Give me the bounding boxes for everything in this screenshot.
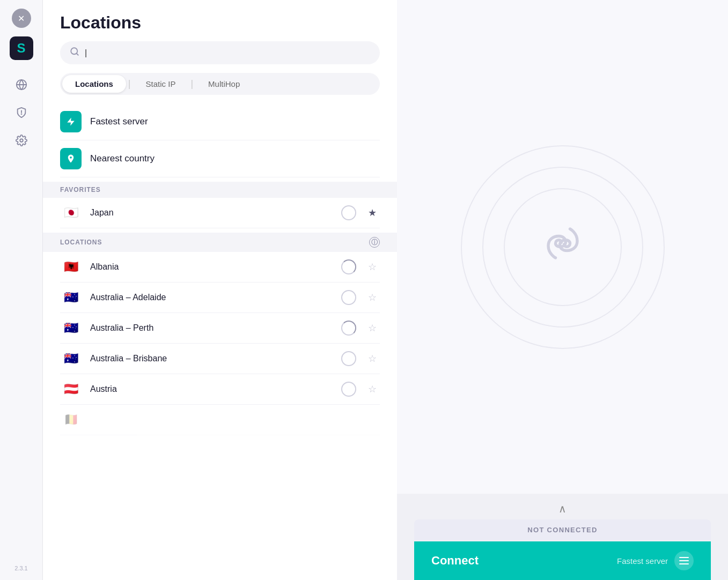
flag-austria: 🇦🇹	[60, 382, 82, 397]
svg-marker-7	[67, 118, 75, 126]
connect-button-albania[interactable]	[341, 259, 356, 274]
favorites-label: FAVORITES	[60, 186, 101, 194]
right-panel: ∧ NOT CONNECTED Connect Fastest server	[397, 0, 728, 580]
svg-point-4	[20, 139, 23, 142]
connect-button-australia-brisbane[interactable]	[341, 351, 356, 366]
connect-button-australia-perth[interactable]	[341, 321, 356, 336]
surfshark-logo	[539, 219, 587, 274]
connect-fastest-label: Fastest server	[617, 551, 694, 570]
connect-label: Connect	[431, 554, 479, 568]
svg-rect-8	[679, 557, 689, 558]
page-title: Locations	[60, 13, 380, 33]
circle-outer	[461, 145, 665, 349]
tab-divider-2: |	[188, 78, 195, 90]
flag-next: 🇧🇪	[60, 412, 82, 427]
menu-icon[interactable]	[674, 551, 694, 570]
connection-status: NOT CONNECTED	[414, 519, 711, 540]
svg-point-3	[21, 114, 21, 114]
country-name-albania: Albania	[90, 262, 333, 272]
logo-icon: S	[17, 41, 25, 56]
sidebar-item-settings[interactable]	[10, 129, 33, 152]
star-button-japan[interactable]: ★	[365, 205, 380, 220]
sidebar-item-shield[interactable]	[10, 101, 33, 124]
favorites-header: FAVORITES	[43, 182, 397, 198]
panel-header: Locations	[43, 0, 397, 41]
circle-middle	[482, 167, 643, 328]
location-list: Fastest server Nearest country FAVORITES…	[43, 103, 397, 580]
nearest-country-icon	[60, 148, 82, 169]
nearest-country-label: Nearest country	[90, 153, 155, 164]
close-icon: ✕	[18, 13, 25, 24]
list-item[interactable]: 🇦🇺 Australia – Perth ☆	[60, 313, 380, 344]
close-button[interactable]: ✕	[12, 9, 31, 28]
tab-locations[interactable]: Locations	[62, 75, 126, 93]
list-item[interactable]: 🇯🇵 Japan ★	[60, 198, 380, 228]
chevron-up-button[interactable]: ∧	[414, 502, 711, 515]
circle-inner	[504, 188, 622, 306]
svg-line-6	[76, 53, 78, 55]
flag-australia-adelaide: 🇦🇺	[60, 290, 82, 305]
star-button-austria[interactable]: ☆	[365, 382, 380, 397]
country-name-japan: Japan	[90, 208, 333, 218]
app-logo: S	[10, 36, 33, 60]
app-version: 2.3.1	[14, 565, 27, 571]
fastest-server-item[interactable]: Fastest server	[60, 103, 380, 140]
sidebar: ✕ S 2.3.1	[0, 0, 43, 580]
star-button-albania[interactable]: ☆	[365, 259, 380, 274]
locations-header: LOCATIONS ⓘ	[43, 233, 397, 252]
flag-japan: 🇯🇵	[60, 205, 82, 220]
flag-australia-brisbane: 🇦🇺	[60, 351, 82, 366]
tab-divider-1: |	[126, 78, 133, 90]
search-bar[interactable]	[60, 41, 380, 64]
country-name-austria: Austria	[90, 384, 333, 394]
connect-button-austria[interactable]	[341, 382, 356, 397]
svg-rect-10	[679, 563, 689, 564]
fastest-server-label: Fastest server	[90, 116, 148, 127]
country-name-australia-brisbane: Australia – Brisbane	[90, 354, 333, 363]
vpn-logo-area	[461, 0, 665, 494]
connect-button-japan[interactable]	[341, 205, 356, 220]
locations-section-label: LOCATIONS	[60, 239, 102, 246]
flag-australia-perth: 🇦🇺	[60, 321, 82, 336]
info-icon[interactable]: ⓘ	[369, 237, 380, 248]
fastest-server-icon	[60, 111, 82, 132]
star-button-australia-adelaide[interactable]: ☆	[365, 290, 380, 305]
search-icon	[70, 47, 79, 59]
nearest-country-item[interactable]: Nearest country	[60, 140, 380, 177]
connection-panel: ∧ NOT CONNECTED Connect Fastest server	[397, 494, 728, 580]
svg-rect-9	[679, 560, 689, 561]
connect-button-australia-adelaide[interactable]	[341, 290, 356, 305]
star-button-australia-brisbane[interactable]: ☆	[365, 351, 380, 366]
list-item[interactable]: 🇧🇪	[60, 405, 380, 435]
list-item[interactable]: 🇦🇹 Austria ☆	[60, 374, 380, 405]
list-item[interactable]: 🇦🇺 Australia – Adelaide ☆	[60, 282, 380, 313]
list-item[interactable]: 🇦🇺 Australia – Brisbane ☆	[60, 344, 380, 374]
list-item[interactable]: 🇦🇱 Albania ☆	[60, 252, 380, 282]
tabs-bar: Locations | Static IP | MultiHop	[60, 73, 380, 95]
left-panel: Locations Locations | Static IP | MultiH…	[43, 0, 397, 580]
tab-static-ip[interactable]: Static IP	[133, 75, 189, 93]
country-name-australia-perth: Australia – Perth	[90, 323, 333, 333]
sidebar-item-locations[interactable]	[10, 73, 33, 96]
tab-multihop[interactable]: MultiHop	[195, 75, 253, 93]
search-input[interactable]	[85, 48, 370, 58]
connect-main-button[interactable]: Connect Fastest server	[414, 541, 711, 580]
flag-albania: 🇦🇱	[60, 259, 82, 274]
star-button-australia-perth[interactable]: ☆	[365, 321, 380, 336]
country-name-australia-adelaide: Australia – Adelaide	[90, 293, 333, 302]
